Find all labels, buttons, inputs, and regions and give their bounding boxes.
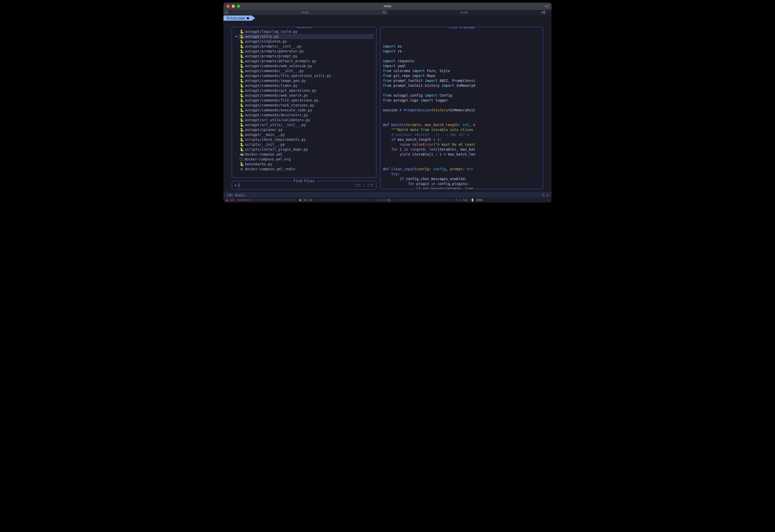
result-row[interactable]: 🐍autogpt/url_utils/validators.py [234, 117, 373, 122]
selection-caret-icon [235, 162, 238, 167]
net-sparkline [394, 200, 454, 200]
result-row[interactable]: 🐍autogpt/spinner.py [234, 127, 373, 132]
result-row[interactable]: ?docker-compose.yml.org [234, 157, 373, 162]
results-title: Results [294, 27, 314, 29]
tmux-tab-2[interactable]: nvim ⌘2 [388, 10, 547, 15]
result-row[interactable]: 🐍autogpt/__main__.py [234, 132, 373, 137]
result-row[interactable]: 🐍autogpt/prompts/default_prompts.py [234, 59, 373, 64]
py-file-icon: 🐍 [240, 68, 243, 73]
result-row[interactable]: 🐍autogpt/singleton.py [234, 39, 373, 44]
buffer-name: [No Name] [226, 193, 245, 197]
system-stats-bar: ▦ 22% 🖬 16 GB ⇅ 3.1 kB↓ 5.1 kB↑ 🔋 100% ⚡ [223, 197, 552, 202]
yml-file-icon: 🐳 [240, 152, 243, 157]
result-row[interactable]: 🐍autogpt/url_utils/__init__.py [234, 122, 373, 127]
close-icon[interactable] [226, 5, 230, 8]
prompt-title: Find Files [291, 179, 317, 183]
buffer-tab-telescope[interactable]: Telescope [223, 15, 252, 21]
result-row[interactable]: 🐍autogpt/commands/web_selenium.py [234, 64, 373, 68]
net-down: ⇅ 3.1 kB↓ [376, 198, 392, 202]
tmux-new-tab-icon[interactable]: + [547, 10, 552, 15]
result-row[interactable]: 🐍scripts/install_plugin_deps.py [234, 147, 373, 152]
result-row[interactable]: 🐍autogpt/commands/execute_code.py [234, 108, 373, 113]
file-path: benchmarks.py [245, 162, 272, 167]
multiplexer-tabbar: ❐ nvim ⌘1 nvim ⌘2 + [223, 10, 552, 15]
py-file-icon: 🐍 [240, 54, 243, 59]
result-row[interactable]: 🐍autogpt/commands/times.py [234, 83, 373, 88]
file-path: scripts/check_requirements.py [245, 137, 306, 142]
code-line: import re [383, 49, 541, 54]
minimize-icon[interactable] [232, 5, 235, 8]
selection-caret-icon [235, 113, 238, 117]
file-path: autogpt/prompts/__init__.py [245, 44, 301, 49]
code-line [383, 113, 541, 117]
selection-caret-icon [235, 64, 238, 68]
py-file-icon: 🐍 [240, 117, 243, 122]
result-row[interactable]: 🐍autogpt/logs/log_cycle.py [234, 29, 373, 34]
file-path: autogpt/commands/file_operations.py [245, 98, 318, 103]
code-line [383, 88, 541, 93]
result-row[interactable]: 🐍autogpt/commands/file_operations_utils.… [234, 73, 373, 78]
py-file-icon: 🐍 [240, 132, 243, 137]
code-line [383, 54, 541, 59]
result-row[interactable]: 🐍autogpt/commands/git_operations.py [234, 88, 373, 93]
result-row[interactable]: 🐍autogpt/commands/decorators.py [234, 113, 373, 117]
file-path: autogpt/commands/web_search.py [245, 93, 308, 98]
selection-caret-icon [235, 49, 238, 54]
py-file-icon: 🐍 [240, 103, 243, 108]
result-row[interactable]: 🐍autogpt/prompts/generator.py [234, 49, 373, 54]
file-path: scripts/__init__.py [245, 142, 285, 147]
py-file-icon: 🐍 [240, 137, 243, 142]
selection-caret-icon [235, 152, 238, 157]
selection-caret-icon [235, 93, 238, 98]
result-row[interactable]: 🐳docker-compose.yml [234, 152, 373, 157]
code-line: if max_batch_length < 1: [383, 137, 541, 142]
result-row[interactable]: ≣docker-compose.yml_redis [234, 167, 373, 171]
result-row[interactable]: 🐍autogpt/commands/web_search.py [234, 93, 373, 98]
vim-statusline: [No Name] 1:1 [223, 192, 552, 197]
file-path: autogpt/url_utils/validators.py [245, 117, 310, 122]
selection-caret-icon [235, 127, 238, 132]
selection-caret-icon [235, 44, 238, 49]
selection-caret-icon [235, 122, 238, 127]
code-line [383, 162, 541, 167]
code-line: yield iterable[i : i + max_batch_len [383, 152, 541, 157]
result-row[interactable]: 🐍autogpt/commands/task_statuses.py [234, 103, 373, 108]
code-line: from prompt_toolkit.history import InMem… [383, 83, 541, 88]
selection-caret-icon [235, 108, 238, 113]
zoom-icon[interactable] [237, 5, 240, 8]
file-path: docker-compose.yml [245, 152, 282, 157]
code-line: import os [383, 44, 541, 49]
result-row[interactable]: 🐍autogpt/commands/file_operations.py [234, 98, 373, 103]
py-file-icon: 🐍 [240, 142, 243, 147]
py-file-icon: 🐍 [240, 108, 243, 113]
results-list[interactable]: 🐍autogpt/logs/log_cycle.py>🐍autogpt/util… [234, 29, 373, 171]
result-row[interactable]: 🐍benchmarks.py [234, 162, 373, 167]
preview-title: File Preview [447, 27, 477, 30]
code-line: """Batch data from iterable into slices [383, 127, 541, 132]
code-line [383, 117, 541, 122]
py-file-icon: 🐍 [240, 29, 243, 34]
result-row[interactable]: 🐍autogpt/prompts/prompt.py [234, 54, 373, 59]
code-line: from git.repo import Repo [383, 73, 541, 78]
selection-caret-icon [235, 132, 238, 137]
selection-caret-icon [235, 83, 238, 88]
selection-caret-icon [235, 73, 238, 78]
py-file-icon: 🐍 [240, 98, 243, 103]
py-file-icon: 🐍 [240, 73, 243, 78]
result-row[interactable]: 🐍autogpt/prompts/__init__.py [234, 44, 373, 49]
preview-body[interactable]: import osimport re import requestsimport… [383, 44, 541, 189]
result-row[interactable]: 🐍autogpt/commands/__init__.py [234, 68, 373, 73]
file-path: autogpt/spinner.py [245, 127, 282, 132]
find-files-prompt[interactable]: Find Files > 270 / 270 [232, 181, 376, 190]
file-path: autogpt/commands/execute_code.py [245, 108, 312, 113]
py-file-icon: 🐍 [240, 44, 243, 49]
selection-caret-icon [235, 29, 238, 34]
file-path: autogpt/commands/times.py [245, 83, 297, 88]
result-row[interactable]: 🐍autogpt/commands/image_gen.py [234, 78, 373, 83]
file-path: autogpt/logs/log_cycle.py [245, 29, 297, 34]
tmux-tab-1[interactable]: nvim ⌘1 [229, 10, 388, 15]
result-row[interactable]: >🐍autogpt/utils.py [234, 34, 373, 39]
result-row[interactable]: 🐍scripts/__init__.py [234, 142, 373, 147]
py-file-icon: 🐍 [240, 78, 243, 83]
result-row[interactable]: 🐍scripts/check_requirements.py [234, 137, 373, 142]
